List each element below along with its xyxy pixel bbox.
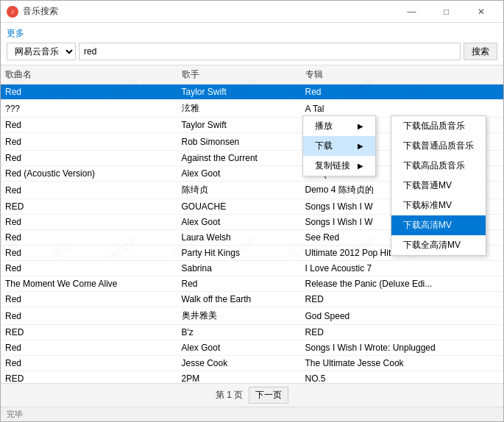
col-header-artist: 歌手 [177, 65, 301, 85]
cell-song: Red [1, 356, 177, 371]
download-hd-mv[interactable]: 下载高清MV [391, 215, 486, 235]
copy-link-label: 复制链接 [315, 160, 350, 172]
cell-album: NO.5 [301, 371, 503, 384]
cell-artist: B'z [177, 325, 301, 340]
cell-song: Red [1, 292, 177, 307]
cell-artist: Against the Current [177, 151, 301, 166]
table-row[interactable]: Red奥井雅美God Speed [1, 307, 503, 325]
cell-song: RED [1, 325, 177, 340]
cell-artist: 奥井雅美 [177, 307, 301, 325]
cell-song: RED [1, 199, 177, 215]
search-button[interactable]: 搜索 [464, 43, 497, 60]
cell-artist: Rob Simonsen [177, 133, 301, 151]
cell-song: RED [1, 371, 177, 384]
cell-song: The Moment We Come Alive [1, 276, 177, 292]
next-page-button[interactable]: 下一页 [249, 387, 288, 404]
download-normal-mv[interactable]: 下载普通MV [391, 176, 486, 196]
title-bar: ♪ 音乐搜索 — □ ✕ [1, 1, 503, 23]
play-arrow: ▶ [358, 122, 363, 130]
table-row[interactable]: RED2PMNO.5 [1, 371, 503, 384]
table-row[interactable]: The Moment We Come AliveRedRelease the P… [1, 276, 503, 292]
context-menu-download[interactable]: 下载 ▶ [303, 136, 375, 156]
context-menu: 播放 ▶ 下载 ▶ 复制链接 ▶ [302, 115, 376, 176]
table-row[interactable]: RedJesse CookThe Ultimate Jesse Cook [1, 356, 503, 371]
cell-song: Red [1, 340, 177, 356]
cell-song: Red [1, 230, 177, 246]
table-row[interactable]: ???泫雅A Tal [1, 100, 503, 118]
context-menu-copy-link[interactable]: 复制链接 ▶ [303, 156, 375, 176]
col-header-song: 歌曲名 [1, 65, 177, 85]
main-window: ♪ 音乐搜索 — □ ✕ 更多 网易云音乐 搜索 HAOZIP好压 HAOZIP… [0, 0, 504, 422]
window-title: 音乐搜索 [23, 5, 395, 18]
cell-artist: Alex Goot [177, 166, 301, 182]
cell-song: Red [1, 215, 177, 230]
table-row[interactable]: REDB'zRED [1, 325, 503, 340]
app-icon: ♪ [7, 6, 18, 18]
page-info: 第 1 页 [216, 389, 243, 401]
cell-song: Red [1, 246, 177, 261]
cell-artist: Walk off the Earth [177, 292, 301, 307]
download-arrow: ▶ [358, 142, 363, 150]
search-bar: 网易云音乐 搜索 [7, 43, 497, 60]
cell-artist: 泫雅 [177, 100, 301, 118]
cell-artist: Red [177, 276, 301, 292]
cell-song: Red [1, 261, 177, 276]
cell-artist: 2PM [177, 371, 301, 384]
cell-album: RED [301, 325, 503, 340]
table-row[interactable]: RedTaylor SwiftRed [1, 85, 503, 100]
close-button[interactable]: ✕ [464, 4, 497, 19]
cell-album: The Ultimate Jesse Cook [301, 356, 503, 371]
cell-artist: Taylor Swift [177, 118, 301, 133]
cell-artist: 陈绮贞 [177, 182, 301, 199]
download-submenu: 下载低品质音乐 下载普通品质音乐 下载高品质音乐 下载普通MV 下载标准MV 下… [391, 115, 486, 256]
cell-album: RED [301, 292, 503, 307]
download-low-quality[interactable]: 下载低品质音乐 [391, 116, 486, 136]
more-link[interactable]: 更多 [7, 27, 497, 40]
table-container: HAOZIP好压 HAOZIP好压 HAOZIP好压 HAOZIP好压 HAOZ… [1, 65, 503, 383]
table-row[interactable]: RedSabrinaI Love Acoustic 7 [1, 261, 503, 276]
status-bar: 完毕 [1, 407, 503, 421]
cell-artist: Sabrina [177, 261, 301, 276]
cell-song: Red [1, 133, 177, 151]
search-input[interactable] [79, 43, 461, 60]
download-full-hd-mv[interactable]: 下载全高清MV [391, 235, 486, 255]
minimize-button[interactable]: — [395, 4, 428, 19]
col-header-album: 专辑 [301, 65, 503, 85]
cell-song: Red [1, 182, 177, 199]
cell-album: A Tal [301, 100, 503, 118]
cell-song: Red [1, 118, 177, 133]
cell-song: ??? [1, 100, 177, 118]
table-row[interactable]: RedWalk off the EarthRED [1, 292, 503, 307]
cell-artist: Jesse Cook [177, 356, 301, 371]
cell-artist: Party Hit Kings [177, 246, 301, 261]
cell-song: Red [1, 307, 177, 325]
cell-artist: Alex Goot [177, 215, 301, 230]
cell-artist: Laura Welsh [177, 230, 301, 246]
table-header-row: 歌曲名 歌手 专辑 [1, 65, 503, 85]
cell-artist: Alex Goot [177, 340, 301, 356]
context-menu-play[interactable]: 播放 ▶ [303, 116, 375, 136]
toolbar: 更多 网易云音乐 搜索 [1, 23, 503, 65]
copy-link-arrow: ▶ [358, 162, 363, 170]
footer: 第 1 页 下一页 [1, 383, 503, 407]
cell-song: Red (Acoustic Version) [1, 166, 177, 182]
download-high-quality[interactable]: 下载高品质音乐 [391, 156, 486, 176]
play-label: 播放 [315, 120, 333, 132]
download-label: 下载 [315, 140, 333, 152]
cell-album: Songs I Wish I Wrote: Unplugged [301, 340, 503, 356]
cell-album: I Love Acoustic 7 [301, 261, 503, 276]
source-select[interactable]: 网易云音乐 [7, 43, 76, 60]
cell-song: Red [1, 151, 177, 166]
maximize-button[interactable]: □ [430, 4, 463, 19]
cell-album: God Speed [301, 307, 503, 325]
cell-song: Red [1, 85, 177, 100]
download-normal-quality[interactable]: 下载普通品质音乐 [391, 136, 486, 156]
cell-artist: Taylor Swift [177, 85, 301, 100]
cell-album: Red [301, 85, 503, 100]
cell-artist: GOUACHE [177, 199, 301, 215]
window-controls: — □ ✕ [395, 4, 497, 19]
download-standard-mv[interactable]: 下载标准MV [391, 196, 486, 215]
table-row[interactable]: RedAlex GootSongs I Wish I Wrote: Unplug… [1, 340, 503, 356]
cell-album: Release the Panic (Deluxe Edi... [301, 276, 503, 292]
status-text: 完毕 [7, 410, 23, 418]
